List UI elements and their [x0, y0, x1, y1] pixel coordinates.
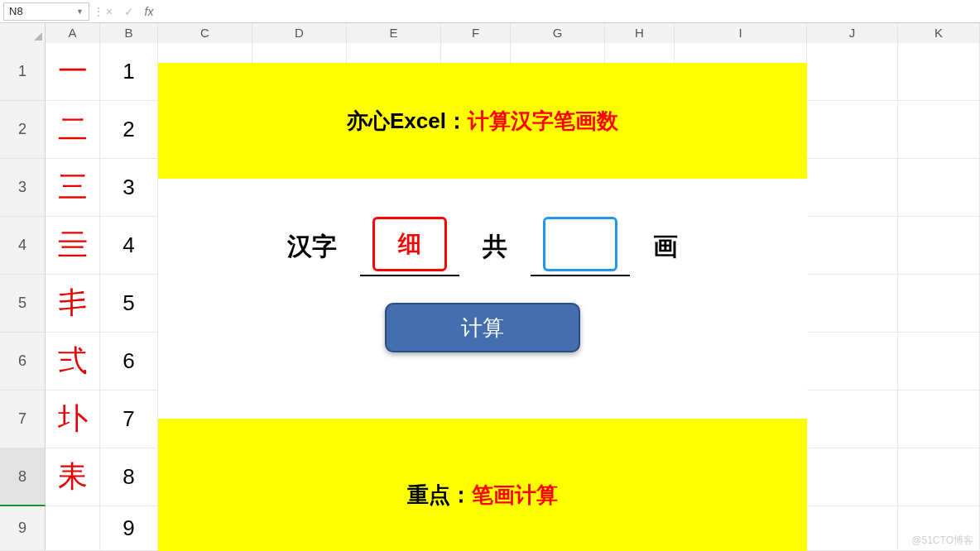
col-header-H[interactable]: H	[605, 23, 675, 43]
cell-J9[interactable]	[807, 506, 898, 550]
select-all-triangle[interactable]	[0, 23, 46, 43]
cell-B6[interactable]: 6	[100, 333, 158, 390]
cell-A9[interactable]	[46, 506, 100, 550]
cell-K2[interactable]	[898, 101, 980, 158]
cell-J1[interactable]	[807, 43, 898, 100]
cell-A3[interactable]: 三	[46, 159, 100, 216]
result-box[interactable]	[543, 217, 617, 271]
cell-K6[interactable]	[898, 333, 980, 390]
row-headers: 123456789	[0, 43, 46, 551]
cell-J2[interactable]	[807, 101, 898, 158]
col-header-E[interactable]: E	[347, 23, 441, 43]
cell-A7[interactable]: 圤	[46, 390, 100, 448]
spreadsheet-grid: A B C D E F G H I J K 123456789 一1二2三3亖4…	[0, 23, 980, 551]
col-header-K[interactable]: K	[898, 23, 980, 43]
col-header-B[interactable]: B	[100, 23, 158, 43]
cell-B4[interactable]: 4	[100, 217, 158, 274]
underline-icon	[360, 275, 459, 276]
form-line: 汉字 细 共 画	[158, 217, 807, 276]
cell-J7[interactable]	[807, 390, 898, 448]
row-header-5[interactable]: 5	[0, 275, 46, 333]
underline-icon	[531, 275, 630, 276]
cell-B7[interactable]: 7	[100, 390, 158, 448]
cell-A6[interactable]: 弍	[46, 333, 100, 390]
cell-J3[interactable]	[807, 159, 898, 216]
cell-J6[interactable]	[807, 333, 898, 390]
char-input-wrap: 细	[360, 217, 459, 276]
cancel-icon[interactable]: ×	[99, 5, 119, 18]
cell-B2[interactable]: 2	[100, 101, 158, 158]
label-hanzi: 汉字	[287, 230, 337, 264]
formula-bar: N8 ▼ ⋮ × ✓ fx	[0, 0, 980, 23]
fx-icon[interactable]: fx	[139, 5, 159, 18]
col-header-A[interactable]: A	[46, 23, 100, 43]
cell-A4[interactable]: 亖	[46, 217, 100, 274]
row-header-3[interactable]: 3	[0, 159, 46, 217]
row-header-6[interactable]: 6	[0, 333, 46, 390]
cell-A2[interactable]: 二	[46, 101, 100, 158]
cell-J8[interactable]	[807, 448, 898, 505]
col-header-I[interactable]: I	[675, 23, 807, 43]
label-gong: 共	[483, 230, 507, 264]
cell-A5[interactable]: 丯	[46, 275, 100, 332]
column-headers: A B C D E F G H I J K	[0, 23, 980, 43]
char-input-value: 细	[398, 228, 421, 260]
banner-bottom-highlight: 笔画计算	[472, 481, 558, 510]
col-header-D[interactable]: D	[252, 23, 347, 43]
label-hua: 画	[653, 230, 678, 264]
col-header-G[interactable]: G	[511, 23, 605, 43]
cell-J4[interactable]	[807, 217, 898, 274]
name-box-value: N8	[9, 5, 76, 17]
row-header-8[interactable]: 8	[0, 448, 46, 506]
cell-B5[interactable]: 5	[100, 275, 158, 332]
cell-J5[interactable]	[807, 275, 898, 332]
cell-B1[interactable]: 1	[100, 43, 158, 100]
demo-overlay: 亦心Excel： 计算汉字笔画数 汉字 细 共 画	[158, 63, 807, 551]
col-header-C[interactable]: C	[158, 23, 252, 43]
formula-input[interactable]	[159, 2, 980, 21]
char-input-box[interactable]: 细	[372, 217, 447, 271]
col-header-J[interactable]: J	[807, 23, 898, 43]
name-box[interactable]: N8 ▼	[3, 2, 89, 21]
cell-K5[interactable]	[898, 275, 980, 332]
banner-bottom-prefix: 重点：	[407, 481, 472, 510]
cell-B3[interactable]: 3	[100, 159, 158, 216]
row-header-9[interactable]: 9	[0, 506, 46, 551]
banner-bottom: 重点： 笔画计算	[158, 419, 807, 551]
form-area: 汉字 细 共 画 计算	[158, 179, 807, 419]
cell-K8[interactable]	[898, 448, 980, 505]
banner-top-highlight: 计算汉字笔画数	[468, 107, 618, 136]
cell-A1[interactable]: 一	[46, 43, 100, 100]
chevron-down-icon[interactable]: ▼	[76, 7, 84, 16]
banner-top: 亦心Excel： 计算汉字笔画数	[158, 63, 807, 179]
result-input-wrap	[531, 217, 630, 276]
row-header-1[interactable]: 1	[0, 43, 46, 101]
row-header-7[interactable]: 7	[0, 390, 46, 448]
col-header-F[interactable]: F	[441, 23, 511, 43]
separator-icon: ⋮	[93, 5, 99, 18]
calculate-button[interactable]: 计算	[385, 303, 580, 352]
cell-B9[interactable]: 9	[100, 506, 158, 550]
row-header-2[interactable]: 2	[0, 101, 46, 159]
enter-icon[interactable]: ✓	[119, 5, 139, 18]
calculate-button-label: 计算	[461, 314, 504, 343]
banner-top-prefix: 亦心Excel：	[347, 107, 468, 136]
row-header-4[interactable]: 4	[0, 217, 46, 275]
cell-A8[interactable]: 耒	[46, 448, 100, 505]
cell-B8[interactable]: 8	[100, 448, 158, 505]
watermark: @51CTO博客	[911, 534, 973, 548]
grid-body: 123456789 一1二2三3亖4丯5弍6圤7耒89 亦心Excel： 计算汉…	[0, 43, 980, 551]
cell-K4[interactable]	[898, 217, 980, 274]
cell-K3[interactable]	[898, 159, 980, 216]
cell-K1[interactable]	[898, 43, 980, 100]
cell-K7[interactable]	[898, 390, 980, 448]
